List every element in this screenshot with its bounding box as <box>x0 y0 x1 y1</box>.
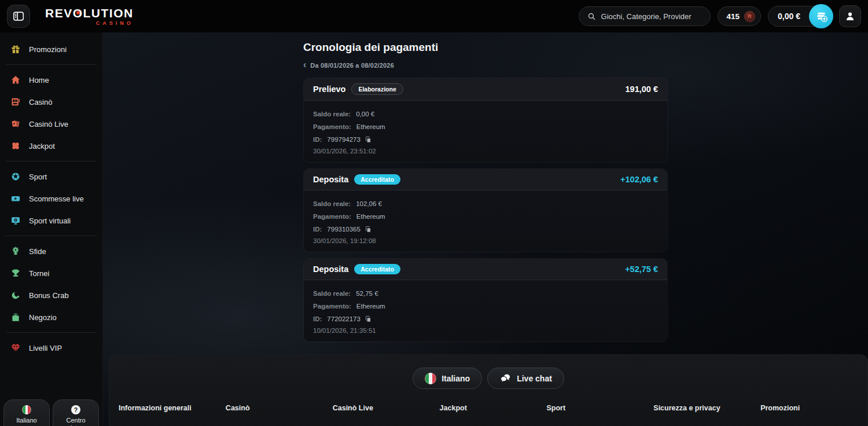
transaction-amount: +52,75 € <box>625 265 658 274</box>
loyalty-points-pill[interactable]: 415 R <box>718 6 762 26</box>
id-value: 799794273 <box>327 136 361 143</box>
transaction-card: Deposita Accreditato +102,06 € Saldo rea… <box>303 168 668 252</box>
sidebar-item-label: Promozioni <box>29 45 67 54</box>
help-center-button[interactable]: ? Centro assistenza <box>53 399 99 426</box>
sidebar-item-casino-live[interactable]: Casinò Live <box>0 113 102 135</box>
medal-icon <box>10 246 21 256</box>
footer-column: Sicurezza e privacy Informativa sulla pr… <box>653 404 760 426</box>
sidebar-item-label: Casinò Live <box>29 120 68 128</box>
payment-label: Pagamento: <box>313 123 351 130</box>
search-input[interactable] <box>601 12 703 21</box>
logo-casino-label: CASINO <box>45 20 134 26</box>
help-button-label: Centro assistenza <box>53 417 98 426</box>
id-value: 799310365 <box>327 226 361 233</box>
sidebar-item-label: Livelli VIP <box>29 344 62 352</box>
copy-id-button[interactable] <box>365 136 372 144</box>
footer-column-title: Jackpot <box>440 404 547 412</box>
sidebar-item-label: Negozio <box>29 313 57 322</box>
wallet-balance-pill[interactable]: 0,00 € <box>768 6 832 27</box>
copy-id-button[interactable] <box>365 315 372 323</box>
status-badge: Elaborazione <box>351 83 403 95</box>
coin-stack-plus-icon <box>815 10 828 23</box>
virtual-sports-icon <box>10 215 21 226</box>
footer-column: Sport Scommesse sportive <box>546 404 653 426</box>
sidebar-item-promozioni[interactable]: Promozioni <box>0 38 102 60</box>
date-range-label: Da 08/01/2026 a 08/02/2026 <box>310 62 394 69</box>
sidebar-divider <box>6 236 97 236</box>
sidebar-item-negozio[interactable]: Negozio <box>0 306 102 328</box>
saldo-value: 102,06 € <box>356 200 382 207</box>
soccer-ball-icon <box>10 171 21 182</box>
sidebar-item-sfide[interactable]: Sfide <box>0 240 102 262</box>
date-range-selector[interactable]: ‹ Da 08/01/2026 a 08/02/2026 <box>303 61 668 69</box>
logo-red-dot <box>76 11 80 14</box>
sidebar-divider <box>6 332 97 333</box>
app-root: REVOLUTION CASINO 415 R 0,00 € <box>0 0 868 426</box>
footer-column: Casinò Top <box>226 404 333 426</box>
sidebar-item-jackpot[interactable]: Jackpot <box>0 135 102 157</box>
logo-wordmark: REVOLUTION <box>45 7 134 19</box>
payment-label: Pagamento: <box>313 303 351 310</box>
footer-column: Informazioni generali Informazioni su di… <box>119 404 226 426</box>
copy-id-button[interactable] <box>365 226 372 233</box>
footer-language-button[interactable]: Italiano <box>413 368 482 389</box>
loyalty-count: 415 <box>727 12 740 21</box>
sidebar-item-label: Bonus Crab <box>29 291 69 300</box>
transaction-type: Deposita <box>313 265 348 274</box>
sidebar-toggle-button[interactable] <box>7 5 30 28</box>
transaction-datetime: 30/01/2026, 19:12:08 <box>313 237 658 244</box>
sidebar-divider <box>6 64 97 65</box>
transaction-amount: +102,06 € <box>620 175 658 184</box>
sidebar-item-label: Sfide <box>29 247 46 256</box>
brand-logo[interactable]: REVOLUTION CASINO <box>45 7 134 26</box>
sidebar-item-label: Tornei <box>29 269 49 278</box>
chevron-left-icon[interactable]: ‹ <box>303 60 306 69</box>
footer-column: Jackpot Hot Jackpot <box>440 404 547 426</box>
payment-value: Ethereum <box>356 213 385 220</box>
search-bar[interactable] <box>579 6 711 26</box>
profile-button[interactable] <box>839 5 861 27</box>
transaction-datetime: 30/01/2026, 23:51:02 <box>313 148 658 155</box>
trophy-icon <box>10 268 21 278</box>
transaction-header: Prelievo Elaborazione 191,00 € <box>304 78 667 101</box>
page-title: Cronologia dei pagamenti <box>303 41 668 54</box>
transaction-body: Saldo reale:52,75 € Pagamento:Ethereum I… <box>304 280 667 341</box>
sidebar-item-sport-virtuali[interactable]: Sport virtuali <box>0 210 102 232</box>
id-label: ID: <box>313 136 322 143</box>
sidebar-item-tornei[interactable]: Tornei <box>0 262 102 284</box>
sidebar-item-scommesse-live[interactable]: Scommesse live <box>0 188 102 210</box>
sidebar-item-label: Home <box>29 76 49 85</box>
id-label: ID: <box>313 226 322 233</box>
live-badge-icon <box>10 193 21 204</box>
sidebar-item-livelli-vip[interactable]: Livelli VIP <box>0 337 102 359</box>
sidebar: Promozioni Home Casinò Casinò Live Jack <box>0 32 103 426</box>
saldo-label: Saldo reale: <box>313 290 351 297</box>
sidebar-layout-icon <box>12 10 25 23</box>
wallet-balance: 0,00 € <box>778 12 800 21</box>
deposit-button[interactable] <box>809 4 833 28</box>
vip-gem-icon <box>10 343 21 353</box>
sidebar-item-casino[interactable]: Casinò <box>0 91 102 113</box>
footer-column-title: Casinò <box>226 404 333 412</box>
saldo-value: 0,00 € <box>356 111 374 117</box>
live-chat-button[interactable]: Live chat <box>487 368 564 389</box>
transaction-amount: 191,00 € <box>626 85 658 94</box>
sidebar-item-bonus-crab[interactable]: Bonus Crab <box>0 284 102 306</box>
shop-bag-icon <box>10 312 21 322</box>
saldo-label: Saldo reale: <box>313 200 351 207</box>
home-icon <box>10 75 21 85</box>
transaction-header: Deposita Accreditato +52,75 € <box>304 259 667 280</box>
transaction-datetime: 10/01/2026, 21:35:51 <box>313 327 658 334</box>
footer-column-title: Promozioni <box>760 404 867 412</box>
transaction-body: Saldo reale:0,00 € Pagamento:Ethereum ID… <box>304 101 667 162</box>
footer: Italiano Live chat Informazioni generali… <box>109 354 868 426</box>
language-button[interactable]: Italiano <box>3 399 50 426</box>
main-content: Cronologia dei pagamenti ‹ Da 08/01/2026… <box>103 32 868 426</box>
sidebar-item-sport[interactable]: Sport <box>0 166 102 188</box>
id-value: 772022173 <box>327 315 361 322</box>
sidebar-divider <box>6 161 97 161</box>
sidebar-item-home[interactable]: Home <box>0 69 102 91</box>
question-mark-icon: ? <box>71 405 80 414</box>
crab-claw-icon <box>10 290 21 300</box>
payment-value: Ethereum <box>356 303 385 310</box>
